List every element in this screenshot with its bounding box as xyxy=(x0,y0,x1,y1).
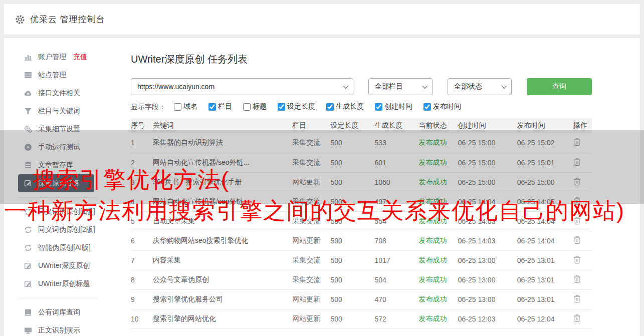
sidebar-divider xyxy=(18,197,97,198)
delete-button[interactable] xyxy=(573,158,581,166)
gear-icon xyxy=(15,15,25,25)
delete-button[interactable] xyxy=(573,314,581,322)
column-header: 关键词 xyxy=(153,118,292,133)
cell-gen: 1017 xyxy=(375,250,419,270)
field-checkbox[interactable]: 发布时间 xyxy=(423,102,461,111)
cell-actions xyxy=(573,172,592,192)
trash-icon xyxy=(573,236,581,244)
checkbox-input[interactable] xyxy=(326,103,334,111)
cell-status: 发布成功 xyxy=(419,231,458,250)
cell-status: 发布成功 xyxy=(419,270,458,289)
sidebar-item[interactable]: 同义词伪原创[2版] xyxy=(18,221,94,239)
cell-cr: 06-25 14:03 xyxy=(458,231,517,250)
cell-pub: 06-25 13:01 xyxy=(517,250,573,270)
delete-button[interactable] xyxy=(573,197,581,205)
cell-pub: 06-25 14:05 xyxy=(517,192,573,211)
cell-actions xyxy=(573,270,592,289)
cell-status: 发布成功 xyxy=(419,211,458,231)
checkbox-input[interactable] xyxy=(243,103,251,111)
cell-no: 1 xyxy=(131,133,153,153)
sidebar-item-label: 智能伪原创[AI版] xyxy=(38,243,91,252)
sidebar-item[interactable]: 账户管理充值 xyxy=(18,48,94,66)
recharge-badge[interactable]: 充值 xyxy=(73,53,87,62)
delete-button[interactable] xyxy=(573,275,581,283)
checkbox-input[interactable] xyxy=(208,103,216,111)
sidebar-item[interactable]: 深度原创任务 xyxy=(18,174,94,192)
cell-cr: 06-25 13:00 xyxy=(458,250,517,270)
trash-icon xyxy=(573,255,581,264)
field-checkbox[interactable]: 域名 xyxy=(174,102,197,111)
cell-kw: 网站自动化宣传机器/seo外链... xyxy=(153,153,292,172)
trash-icon xyxy=(573,314,581,322)
delete-button[interactable] xyxy=(573,216,581,225)
sidebar-item[interactable]: 文章暂存库 xyxy=(18,156,94,174)
delete-button[interactable] xyxy=(573,138,581,146)
column-header: 操作 xyxy=(573,118,592,133)
cell-no: 4 xyxy=(131,192,153,211)
sidebar-item[interactable]: 同义词伪原创[1版] xyxy=(18,203,94,221)
sidebar-item[interactable]: 智能伪原创[AI版] xyxy=(18,239,94,257)
table-row: 1采集器的自动识别算法采集交流500533发布成功06-25 15:0006-2… xyxy=(131,133,592,153)
sidebar-item[interactable]: 手动运行测试 xyxy=(18,138,94,156)
field-checkbox[interactable]: 标题 xyxy=(243,102,267,111)
sidebar-item[interactable]: 正文识别演示 xyxy=(18,321,94,336)
sidebar-item[interactable]: 栏目与关键词 xyxy=(18,102,94,120)
checkbox-input[interactable] xyxy=(375,103,382,111)
table-row: 6庆华购物网站seo搜索引擎优化网站更新500708发布成功06-25 14:0… xyxy=(131,231,592,250)
delete-button[interactable] xyxy=(573,255,581,264)
page-title: UWriter深度原创 任务列表 xyxy=(131,53,592,65)
sidebar-item-label: 接口文件相关 xyxy=(38,89,80,98)
checkbox-input[interactable] xyxy=(278,103,285,111)
cell-cr: 06-25 13:00 xyxy=(458,289,517,309)
cell-status: 发布成功 xyxy=(419,289,458,309)
checkbox-input[interactable] xyxy=(174,103,181,111)
sidebar-item[interactable]: 公有词库查询 xyxy=(18,303,94,321)
sidebar-item[interactable]: 采集细节设置 xyxy=(18,120,94,138)
cell-gen: 470 xyxy=(375,289,419,309)
field-checkbox[interactable]: 创建时间 xyxy=(375,102,412,111)
column-header: 设定长度 xyxy=(330,118,374,133)
column-header: 创建时间 xyxy=(458,118,517,133)
status-select[interactable]: 全部状态 xyxy=(448,78,512,95)
sidebar-item[interactable]: 站点管理 xyxy=(18,66,94,84)
sidebar-item[interactable]: UWriter原创标题 xyxy=(18,275,94,293)
sidebar-item[interactable]: UWriter深度原创 xyxy=(18,257,94,275)
sidebar-item[interactable]: 接口文件相关 xyxy=(18,84,94,102)
column-header: 栏目 xyxy=(292,118,330,133)
sidebar-item-label: 采集细节设置 xyxy=(38,125,80,134)
sidebar: 账户管理充值站点管理接口文件相关栏目与关键词采集细节设置手动运行测试文章暂存库深… xyxy=(4,38,127,336)
column-header: 生成长度 xyxy=(375,118,419,133)
checkbox-input[interactable] xyxy=(423,103,431,111)
cell-kw: 采集器的自动识别算法 xyxy=(153,133,292,153)
column-header: 当前状态 xyxy=(419,118,458,133)
sidebar-item-label: UWriter深度原创 xyxy=(38,261,90,270)
query-button[interactable]: 查询 xyxy=(527,78,592,95)
column-select[interactable]: 全部栏目 xyxy=(368,78,433,95)
cell-pub: 06-25 14:04 xyxy=(517,231,573,250)
delete-button[interactable] xyxy=(573,294,581,303)
table-row: 7内容采集采集交流5001017发布成功06-25 13:0006-25 13:… xyxy=(131,250,592,270)
cell-cr: 06-25 15:00 xyxy=(458,172,517,192)
cell-cat: 采集交流 xyxy=(292,250,330,270)
cell-status: 发布成功 xyxy=(419,172,458,192)
cell-no: 5 xyxy=(131,211,153,231)
sidebar-item-label: 站点管理 xyxy=(38,71,66,80)
sidebar-item-label: 文章暂存库 xyxy=(38,161,73,170)
cell-cat: 采集交流 xyxy=(292,211,330,231)
cell-pub: 06-25 14:04 xyxy=(517,211,573,231)
chevron-down-icon xyxy=(343,84,348,89)
cell-set: 500 xyxy=(330,133,374,153)
delete-button[interactable] xyxy=(573,236,581,244)
site-select[interactable]: https://www.ucaiyun.com xyxy=(131,78,353,95)
sidebar-item-label: 同义词伪原创[1版] xyxy=(38,207,95,216)
column-header: 发布时间 xyxy=(517,118,573,133)
field-checkbox[interactable]: 栏目 xyxy=(208,102,232,111)
book-icon xyxy=(24,308,32,316)
field-checkbox[interactable]: 设定长度 xyxy=(278,102,315,111)
edit-icon xyxy=(24,280,32,288)
delete-button[interactable] xyxy=(573,177,581,186)
sidebar-item-label: 正文识别演示 xyxy=(38,326,80,335)
table-row: 4网站自动化宣传机器/seo外链...采集交流500497发布成功06-25 1… xyxy=(131,192,592,211)
field-checkbox-label: 标题 xyxy=(253,102,267,111)
field-checkbox[interactable]: 生成长度 xyxy=(326,102,364,111)
